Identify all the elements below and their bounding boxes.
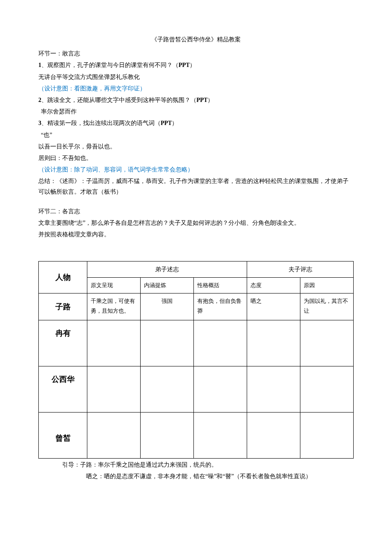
item-2: 2、跳读全文，还能从哪些文字中感受到这种平等的氛围？（PPT） [38, 95, 354, 105]
cell [194, 320, 247, 366]
cell [87, 366, 141, 412]
item-2-num: 2 [38, 97, 41, 103]
item-1-close: ） [190, 62, 196, 68]
row-name-ranyou: 冉有 [39, 320, 87, 366]
item-3-close: ） [172, 120, 178, 126]
item-3-text: 、精读第一段，找出连续出现两次的语气词（ [41, 120, 161, 126]
item-1-ppt: PPT [179, 62, 190, 68]
cell: 有抱负，但自负鲁莽 [194, 293, 247, 320]
table-row: 冉有 [39, 320, 354, 366]
cell [87, 412, 141, 458]
item-1-num: 1 [38, 62, 41, 68]
cell: 千乘之国，可使有勇，且知方也。 [87, 293, 141, 320]
item-3-design: （设计意图：除了动词、形容词，语气词学生常常会忽略） [38, 164, 354, 175]
table-row: 公西华 [39, 366, 354, 412]
row-name-zilu: 子路 [39, 293, 87, 320]
cell: 哂之 [247, 293, 300, 320]
item-1-sub: 无讲台平等交流方式围坐弹瑟礼乐教化 [38, 72, 354, 82]
item-1: 1、观察图片，孔子的课堂与今日的课堂有何不同？（PPT） [38, 60, 354, 70]
subhead-meaning: 内涵提炼 [141, 278, 194, 293]
subhead-character: 性格概括 [194, 278, 247, 293]
cell [300, 320, 354, 366]
cell [300, 412, 354, 458]
item-3-num: 3 [38, 120, 41, 126]
cell [300, 366, 354, 412]
section-2: 环节二：各言志 文章主要围绕“志”，那么弟子各自是怎样言志的？夫子又是如何评志的… [38, 206, 354, 240]
cell [194, 366, 247, 412]
cell [247, 320, 300, 366]
table-row: 曾皙 [39, 412, 354, 458]
item-3-sub2: 以吾一日长乎尔，毋吾以也。 [38, 141, 354, 152]
item-3-sub3: 居则曰：不吾知也。 [38, 153, 354, 163]
cell [141, 412, 194, 458]
item-2-ppt: PPT [196, 97, 208, 103]
col-header-master: 夫子评志 [247, 262, 354, 278]
table-row: 子路 千乘之国，可使有勇，且知方也。 强国 有抱负，但自负鲁莽 哂之 为国以礼，… [39, 293, 354, 320]
col-header-disciple: 弟子述志 [87, 262, 247, 278]
subhead-attitude: 态度 [247, 278, 300, 293]
doc-title: 《子路曾皙公西华侍坐》精品教案 [38, 34, 354, 45]
row-name-zengxi: 曾皙 [39, 412, 87, 458]
subhead-original: 原文呈现 [87, 278, 141, 293]
table-header-row-1: 人物 弟子述志 夫子评志 [39, 262, 354, 278]
item-1-text: 、观察图片，孔子的课堂与今日的课堂有何不同？（ [41, 62, 179, 68]
cell [141, 320, 194, 366]
cell [141, 366, 194, 412]
item-3-ppt: PPT [161, 120, 172, 126]
section-1-heading: 环节一：敢言志 [38, 48, 354, 59]
section-2-intro1: 文章主要围绕“志”，那么弟子各自是怎样言志的？夫子又是如何评志的？分小组、分角色… [38, 218, 354, 228]
subhead-reason: 原因 [300, 278, 354, 293]
section-1: 环节一：敢言志 1、观察图片，孔子的课堂与今日的课堂有何不同？（PPT） 无讲台… [38, 48, 354, 197]
footer-line-2: 哂之：哂的是态度不谦虚，非本身才能，错在“噪”和“瞽”（不看长者脸色就率性直说） [86, 471, 354, 482]
cell [247, 412, 300, 458]
footer-line-1: 引导：子路：率尔千乘之国他是通过武力来强国，统兵的。 [62, 459, 354, 470]
item-3-sub1: “也” [41, 130, 354, 140]
row-name-gongxihua: 公西华 [39, 366, 87, 412]
section-2-intro2: 并按照表格梳理文章内容。 [38, 229, 354, 240]
item-2-sub: 率尔舍瑟而作 [41, 106, 354, 117]
content-table: 人物 弟子述志 夫子评志 原文呈现 内涵提炼 性格概括 态度 原因 子路 千乘之… [38, 261, 354, 459]
col-header-person: 人物 [39, 262, 87, 293]
item-2-text: 、跳读全文，还能从哪些文字中感受到这种平等的氛围？（ [41, 97, 196, 103]
section-2-heading: 环节二：各言志 [38, 206, 354, 217]
item-2-close: ） [208, 97, 213, 103]
item-1-design: （设计意图：看图激趣，再用文字印证） [38, 83, 354, 94]
cell [247, 366, 300, 412]
cell: 为国以礼，其言不让 [300, 293, 354, 320]
cell [87, 320, 141, 366]
item-3: 3、精读第一段，找出连续出现两次的语气词（PPT） [38, 118, 354, 128]
cell [194, 412, 247, 458]
section-1-summary: 总结：《述而》：子温而厉，威而不猛，恭而安。孔子作为课堂的主宰者，营造的这种轻松… [38, 176, 354, 197]
cell: 强国 [141, 293, 194, 320]
